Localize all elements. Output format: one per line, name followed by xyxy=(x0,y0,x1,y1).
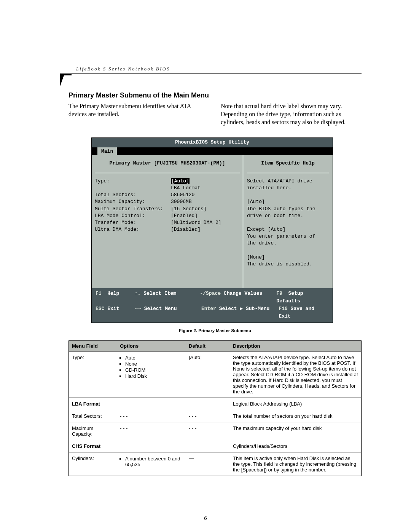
table-row: LBA FormatLogical Block Addressing (LBA) xyxy=(69,398,362,410)
table-cell-default: — xyxy=(186,452,230,476)
bios-field-row[interactable]: LBA Mode Control:[Enabled] xyxy=(95,212,240,219)
bios-field-row[interactable]: Maximum Capacity:30006MB xyxy=(95,198,240,205)
table-cell-menu: Type: xyxy=(69,351,117,398)
section-title: Primary Master Submenu of the Main Menu xyxy=(68,91,362,99)
list-item: Auto xyxy=(125,355,183,361)
intro-columns: The Primary Master submenu identifies wh… xyxy=(68,102,362,126)
table-cell-menu: Maximum Capacity: xyxy=(69,422,117,440)
table-cell-default: - - - xyxy=(186,422,230,440)
bios-help-line: the drive. xyxy=(247,240,329,247)
table-cell-menu: Cylinders: xyxy=(69,452,117,476)
bios-field-row[interactable]: Multi-Sector Transfers:[16 Sectors] xyxy=(95,206,240,212)
table-cell-default: [Auto] xyxy=(186,351,230,398)
bios-field-value[interactable]: [Multiword DMA 2] xyxy=(171,219,221,226)
th-default: Default xyxy=(186,341,230,351)
intro-right: Note that actual hard drive label shown … xyxy=(221,102,362,126)
bios-field-row[interactable]: Ultra DMA Mode:[Disabled] xyxy=(95,226,240,233)
bios-field-label: Transfer Mode: xyxy=(95,219,171,226)
bios-field-value[interactable]: [Auto] xyxy=(171,178,190,185)
bios-help-line: installed here. xyxy=(247,185,329,192)
bios-help-line: drive on boot time. xyxy=(247,212,329,219)
table-cell-desc: Cylinders/Heads/Sectors xyxy=(230,440,362,452)
bios-help-panel: Item Specific Help Select ATA/ATAPI driv… xyxy=(243,155,333,288)
bios-left-panel: Primary Master [FUJITSU MHS2030AT-(PM)] … xyxy=(92,155,243,288)
th-options: Options xyxy=(117,341,186,351)
bios-field-value[interactable]: 58605120 xyxy=(171,192,194,198)
table-cell-options: AutoNoneCD-ROMHard Disk xyxy=(117,351,186,398)
page: LifeBook S Series Notebook BIOS Primary … xyxy=(0,0,411,532)
table-subheader: LBA Format xyxy=(69,398,230,410)
table-cell-options: A number between 0 and 65,535 xyxy=(117,452,186,476)
th-menu-field: Menu Field xyxy=(69,341,117,351)
bios-field-value[interactable]: [Disabled] xyxy=(171,226,201,233)
bios-help-line: The drive is disabled. xyxy=(247,261,329,268)
bios-field-label: Total Sectors: xyxy=(95,192,171,198)
bios-help-line: You enter parameters of xyxy=(247,233,329,240)
bios-screenshot: PhoenixBIOS Setup Utility Main Primary M… xyxy=(91,137,333,323)
bios-help-line: Select ATA/ATAPI drive xyxy=(247,178,329,185)
bios-field-row[interactable]: Type:[Auto] xyxy=(95,178,240,185)
table-cell-desc: The total number of sectors on your hard… xyxy=(230,410,362,422)
description-table: Menu Field Options Default Description T… xyxy=(68,340,362,476)
bios-help-line xyxy=(247,219,329,226)
bios-field-value[interactable]: [Enabled] xyxy=(171,212,198,219)
table-cell-desc: Selects the ATA/ATAPI device type. Selec… xyxy=(230,351,362,398)
running-header: LifeBook S Series Notebook BIOS xyxy=(76,66,170,72)
header-rule xyxy=(68,73,362,74)
corner-ornament xyxy=(60,75,64,86)
bios-field-row[interactable]: Total Sectors:58605120 xyxy=(95,192,240,198)
bios-field-row[interactable]: Transfer Mode:[Multiword DMA 2] xyxy=(95,219,240,226)
bios-field-value[interactable]: LBA Format xyxy=(171,185,201,192)
th-description: Description xyxy=(230,341,362,351)
bios-tab-main[interactable]: Main xyxy=(97,147,117,156)
page-number: 6 xyxy=(0,515,411,521)
table-cell-desc: This item is active only when Hard Disk … xyxy=(230,452,362,476)
table-cell-options: - - - xyxy=(117,410,186,422)
bios-field-label: Ultra DMA Mode: xyxy=(95,226,171,233)
list-item: A number between 0 and 65,535 xyxy=(125,456,183,467)
table-row: CHS FormatCylinders/Heads/Sectors xyxy=(69,440,362,452)
table-cell-desc: The maximum capacity of your hard disk xyxy=(230,422,362,440)
table-row: Type:AutoNoneCD-ROMHard Disk[Auto]Select… xyxy=(69,351,362,398)
bios-help-line: Except [Auto] xyxy=(247,226,329,233)
bios-help-line: The BIOS auto-types the xyxy=(247,206,329,212)
table-row: Cylinders:A number between 0 and 65,535—… xyxy=(69,452,362,476)
bios-panel-title: Primary Master [FUJITSU MHS2030AT-(PM)] xyxy=(95,158,240,173)
bios-menubar: Main xyxy=(92,147,333,155)
table-cell-menu: Total Sectors: xyxy=(69,410,117,422)
bios-field-row[interactable]: LBA Format xyxy=(95,185,240,192)
bios-help-line: [None] xyxy=(247,254,329,261)
figure-caption: Figure 2. Primary Master Submenu xyxy=(68,328,362,333)
table-subheader: CHS Format xyxy=(69,440,230,452)
bios-help-line xyxy=(247,247,329,254)
list-item: CD-ROM xyxy=(125,367,183,373)
bios-field-label xyxy=(95,185,171,192)
table-cell-desc: Logical Block Addressing (LBA) xyxy=(230,398,362,410)
bios-help-line xyxy=(247,192,329,198)
bios-title: PhoenixBIOS Setup Utility xyxy=(92,138,333,147)
table-row: Maximum Capacity:- - -- - -The maximum c… xyxy=(69,422,362,440)
bios-field-label: Multi-Sector Transfers: xyxy=(95,206,171,212)
table-cell-default: - - - xyxy=(186,410,230,422)
bios-help-title: Item Specific Help xyxy=(247,158,329,173)
bios-field-label: LBA Mode Control: xyxy=(95,212,171,219)
table-cell-options: - - - xyxy=(117,422,186,440)
bios-field-label: Maximum Capacity: xyxy=(95,198,171,205)
bios-footer: F1 Help ↑↓ Select Item -/Space Change Va… xyxy=(92,288,333,323)
bios-field-label: Type: xyxy=(95,178,171,185)
list-item: None xyxy=(125,361,183,367)
bios-field-value[interactable]: 30006MB xyxy=(171,198,192,205)
table-row: Total Sectors:- - -- - -The total number… xyxy=(69,410,362,422)
list-item: Hard Disk xyxy=(125,373,183,379)
bios-help-line: [Auto] xyxy=(247,198,329,205)
bios-field-value[interactable]: [16 Sectors] xyxy=(171,206,207,212)
intro-left: The Primary Master submenu identifies wh… xyxy=(68,102,209,126)
